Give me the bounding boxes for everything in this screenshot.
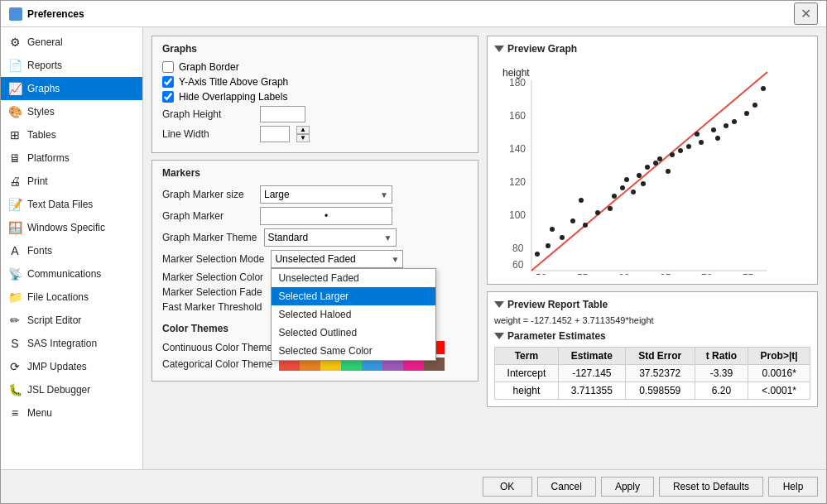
sidebar-label-print: Print — [27, 175, 48, 187]
apply-button[interactable]: Apply — [601, 477, 654, 497]
line-width-up[interactable]: ▲ — [296, 126, 310, 134]
markers-panel-title: Markers — [162, 167, 468, 179]
sidebar-item-menu[interactable]: ≡Menu — [1, 401, 142, 425]
sidebar-item-general[interactable]: ⚙General — [1, 31, 142, 54]
svg-point-22 — [583, 223, 588, 228]
param-estimates-table: Term Estimate Std Error t Ratio Prob>|t|… — [494, 347, 810, 400]
col-header-term: Term — [495, 348, 559, 365]
graph-border-label: Graph Border — [179, 61, 239, 73]
cell-estimate-2: 3.711355 — [558, 382, 625, 400]
titlebar: Preferences ✕ — [1, 1, 826, 27]
sidebar-label-fonts: Fonts — [27, 245, 52, 257]
cell-t-ratio-2: 6.20 — [695, 382, 748, 400]
sidebar-item-communications[interactable]: 📡Communications — [1, 262, 142, 286]
dropdown-option-unselected-faded[interactable]: Unselected Faded — [272, 269, 435, 287]
graph-marker-preview[interactable]: • — [260, 207, 392, 225]
svg-point-28 — [624, 177, 629, 182]
dropdown-option-selected-haloed[interactable]: Selected Haloed — [272, 305, 435, 324]
communications-icon: 📡 — [7, 266, 22, 281]
graphs-icon: 📈 — [7, 81, 22, 96]
graph-marker-theme-label: Graph Marker Theme — [162, 232, 257, 243]
graph-marker-size-label: Graph Marker size — [162, 189, 253, 200]
svg-text:160: 160 — [509, 110, 526, 122]
graph-marker-theme-value: Standard — [268, 232, 309, 243]
continuous-color-label: Continuous Color Theme — [162, 342, 272, 353]
sidebar-item-tables[interactable]: ⊞Tables — [1, 123, 142, 146]
svg-text:100: 100 — [509, 209, 526, 221]
sidebar-item-file-locations[interactable]: 📁File Locations — [1, 286, 142, 309]
svg-point-31 — [653, 161, 658, 166]
svg-text:70: 70 — [701, 272, 713, 275]
sidebar-label-general: General — [27, 36, 63, 48]
sidebar-item-script-editor[interactable]: ✏Script Editor — [1, 309, 142, 332]
svg-point-18 — [546, 243, 551, 248]
sidebar-item-sas-integration[interactable]: SSAS Integration — [1, 332, 142, 355]
dropdown-option-selected-outlined[interactable]: Selected Outlined — [272, 324, 435, 342]
graph-marker-size-value: Large — [264, 189, 290, 200]
svg-point-26 — [620, 185, 625, 190]
sidebar-item-fonts[interactable]: AFonts — [1, 239, 142, 262]
cancel-button[interactable]: Cancel — [537, 477, 596, 497]
sidebar-item-graphs[interactable]: 📈Graphs — [1, 77, 142, 100]
svg-point-44 — [732, 119, 737, 124]
close-button[interactable]: ✕ — [794, 2, 818, 25]
sidebar-item-styles[interactable]: 🎨Styles — [1, 100, 142, 123]
fast-marker-threshold-label: Fast Marker Threshold — [162, 301, 262, 313]
menu-icon: ≡ — [7, 406, 22, 420]
ok-button[interactable]: OK — [483, 477, 532, 497]
sidebar-label-windows-specific: Windows Specific — [27, 222, 105, 233]
sidebar-item-text-data-files[interactable]: 📝Text Data Files — [1, 193, 142, 216]
graph-marker-size-select[interactable]: Large ▼ — [260, 185, 392, 204]
svg-point-30 — [645, 165, 650, 170]
chevron-down-icon-3: ▼ — [391, 255, 399, 264]
svg-text:80: 80 — [512, 242, 524, 254]
sidebar-item-windows-specific[interactable]: 🪟Windows Specific — [1, 216, 142, 239]
scatter-plot: height 180 160 140 120 100 80 60 50 55 — [494, 60, 801, 275]
sidebar-label-script-editor: Script Editor — [27, 314, 81, 326]
dropdown-option-selected-larger[interactable]: Selected Larger — [272, 287, 435, 305]
param-estimates-title: Parameter Estimates — [494, 330, 810, 342]
sidebar-item-jsl-debugger[interactable]: 🐛JSL Debugger — [1, 378, 142, 401]
sidebar-item-platforms[interactable]: 🖥Platforms — [1, 146, 142, 170]
svg-text:140: 140 — [509, 143, 526, 155]
line-width-input[interactable]: 3 — [260, 126, 290, 142]
help-button[interactable]: Help — [768, 477, 818, 497]
svg-text:75: 75 — [743, 272, 754, 275]
sidebar-item-jmp-updates[interactable]: ⟳JMP Updates — [1, 355, 142, 378]
svg-point-40 — [695, 132, 700, 137]
sidebar-label-reports: Reports — [27, 60, 62, 71]
svg-point-37 — [678, 148, 683, 153]
sidebar-item-reports[interactable]: 📄Reports — [1, 54, 142, 77]
svg-point-27 — [612, 194, 617, 199]
line-width-spinner: ▲ ▼ — [296, 126, 310, 142]
marker-selection-mode-select[interactable]: Unselected Faded ▼ — [271, 250, 403, 268]
reset-button[interactable]: Reset to Defaults — [659, 477, 763, 497]
tables-icon: ⊞ — [7, 127, 22, 142]
dropdown-option-selected-same-color[interactable]: Selected Same Color — [272, 342, 435, 360]
line-width-down[interactable]: ▼ — [296, 134, 310, 142]
table-row: Intercept -127.145 37.52372 -3.39 0.0016… — [495, 365, 810, 382]
svg-point-39 — [699, 140, 704, 145]
sidebar-item-print[interactable]: 🖨Print — [1, 170, 142, 193]
categorical-color-label: Categorical Color Theme — [162, 358, 272, 370]
cell-prob-1: 0.0016* — [748, 365, 810, 382]
hide-overlapping-checkbox[interactable] — [162, 91, 174, 103]
graph-border-checkbox[interactable] — [162, 61, 174, 73]
graph-marker-theme-select[interactable]: Standard ▼ — [264, 228, 397, 247]
svg-point-19 — [560, 235, 565, 240]
y-axis-title-checkbox[interactable] — [162, 76, 174, 88]
svg-point-43 — [724, 123, 728, 128]
preview-graph-title: Preview Graph — [494, 43, 810, 55]
svg-point-33 — [641, 181, 646, 186]
content-area: ⚙General📄Reports📈Graphs🎨Styles⊞Tables🖥Pl… — [1, 27, 826, 469]
graph-height-input[interactable]: 240 — [260, 106, 305, 122]
graph-height-row: Graph Height 240 — [162, 106, 468, 122]
chevron-down-icon: ▼ — [380, 190, 388, 199]
sidebar-label-tables: Tables — [27, 129, 56, 141]
graph-marker-row: Graph Marker • — [162, 207, 468, 225]
sidebar-label-platforms: Platforms — [27, 152, 70, 164]
sidebar-label-styles: Styles — [27, 106, 55, 118]
graph-border-row: Graph Border — [162, 61, 468, 73]
marker-selection-mode-menu: Unselected Faded Selected Larger Selecte… — [271, 268, 436, 361]
marker-selection-mode-row: Marker Selection Mode Unselected Faded ▼… — [162, 250, 468, 268]
